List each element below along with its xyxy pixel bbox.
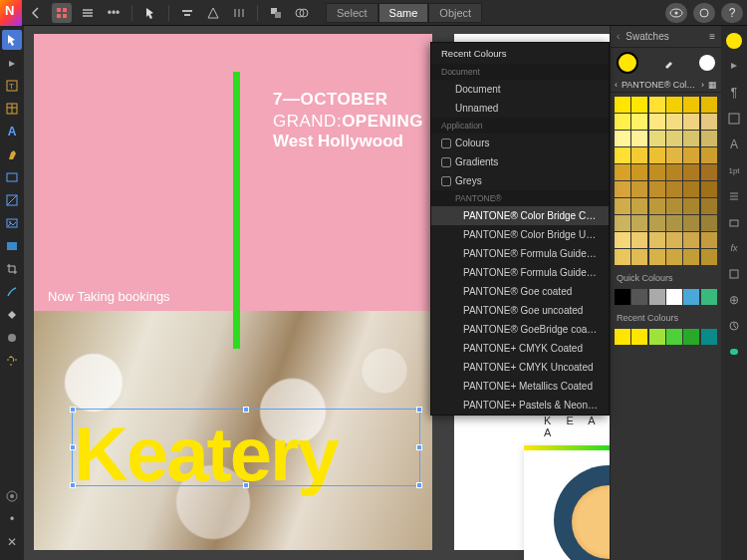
swatch[interactable] — [666, 181, 682, 197]
back-icon[interactable] — [26, 3, 46, 23]
resize-handle-tr[interactable] — [416, 407, 422, 413]
place-image-tool[interactable] — [2, 236, 22, 256]
picture-frame-tool[interactable] — [2, 213, 22, 233]
styles-studio-icon[interactable] — [723, 185, 745, 207]
swatch[interactable] — [666, 164, 682, 180]
quick-swatch[interactable] — [649, 289, 665, 305]
quick-swatch[interactable] — [666, 289, 682, 305]
recent-swatch[interactable] — [666, 329, 682, 345]
character-studio-icon[interactable]: ¶ — [723, 82, 745, 104]
stroke-studio-icon[interactable]: 1pt — [723, 159, 745, 181]
dropdown-item[interactable]: PANTONE® GoeBridge coated — [431, 320, 609, 339]
swatch[interactable] — [666, 131, 682, 146]
view-tool[interactable] — [2, 351, 22, 371]
dropdown-item[interactable]: PANTONE® Formula Guide Solid Coate… — [431, 244, 609, 263]
assets-studio-icon[interactable] — [723, 211, 745, 233]
palette-fwd-icon[interactable]: › — [701, 80, 704, 90]
resize-handle-bl[interactable] — [70, 482, 76, 488]
dropdown-item[interactable]: PANTONE® Goe coated — [431, 282, 609, 301]
dropdown-item[interactable]: PANTONE+ CMYK Coated — [431, 339, 609, 358]
quick-swatch[interactable] — [701, 289, 717, 305]
swatch[interactable] — [649, 131, 665, 146]
swatch[interactable] — [701, 249, 717, 265]
swatch[interactable] — [615, 97, 630, 113]
swatch[interactable] — [649, 215, 665, 231]
swatch[interactable] — [649, 97, 665, 113]
swatch[interactable] — [701, 97, 717, 113]
swatch[interactable] — [701, 181, 717, 197]
swatch[interactable] — [649, 198, 665, 214]
reset-icon[interactable]: • — [2, 509, 22, 529]
seg-same[interactable]: Same — [378, 3, 429, 23]
preview-icon[interactable] — [665, 3, 687, 23]
quick-swatch[interactable] — [683, 289, 699, 305]
seg-object[interactable]: Object — [428, 3, 482, 23]
swatch[interactable] — [666, 198, 682, 214]
group-icon[interactable] — [266, 3, 286, 23]
eyedropper-icon[interactable] — [662, 56, 676, 70]
swatch[interactable] — [683, 114, 699, 130]
swatch[interactable] — [701, 131, 717, 146]
swatch[interactable] — [701, 232, 717, 248]
swatch[interactable] — [631, 97, 647, 113]
navigator-studio-icon[interactable] — [723, 341, 745, 363]
node-tool[interactable]: ▸ — [2, 53, 22, 73]
swatch[interactable] — [631, 114, 647, 130]
swatch[interactable] — [683, 215, 699, 231]
swatch[interactable] — [631, 147, 647, 163]
recent-swatch[interactable] — [701, 329, 717, 345]
swatch[interactable] — [701, 147, 717, 163]
dropdown-item[interactable]: PANTONE® Color Bridge Uncoated V4 — [431, 225, 609, 244]
text-studio-icon[interactable]: A — [723, 134, 745, 155]
frame-text-tool[interactable]: T — [2, 76, 22, 96]
swatch[interactable] — [683, 232, 699, 248]
swatch[interactable] — [615, 249, 630, 265]
swatch[interactable] — [631, 131, 647, 146]
swatches-menu-icon[interactable]: ≡ — [709, 31, 715, 42]
studio-swap-icon[interactable] — [723, 56, 745, 78]
swatch[interactable] — [649, 249, 665, 265]
swatch[interactable] — [683, 198, 699, 214]
help-icon[interactable]: ? — [721, 3, 743, 23]
recent-swatch[interactable] — [615, 329, 630, 345]
dropdown-header[interactable]: Recent Colours — [431, 43, 609, 64]
resize-handle-ml[interactable] — [70, 444, 76, 450]
swatch[interactable] — [615, 215, 630, 231]
dropdown-item[interactable]: Colours — [431, 134, 609, 152]
swatch[interactable] — [631, 164, 647, 180]
swatch[interactable] — [615, 232, 630, 248]
swatch[interactable] — [683, 97, 699, 113]
dropdown-item[interactable]: PANTONE® Formula Guide Solid Unco… — [431, 263, 609, 282]
dropdown-item[interactable]: PANTONE+ Pastels & Neons Coated — [431, 396, 609, 415]
recent-swatch[interactable] — [631, 329, 647, 345]
dropdown-item[interactable]: Gradients — [431, 152, 609, 171]
dropdown-item[interactable]: PANTONE® Goe uncoated — [431, 301, 609, 320]
recent-swatch[interactable] — [649, 329, 665, 345]
colour-chord-icon[interactable] — [2, 486, 22, 506]
rectangle-tool[interactable] — [2, 167, 22, 187]
pen-tool[interactable] — [2, 144, 22, 164]
snapping-icon[interactable] — [693, 3, 715, 23]
art-text-tool[interactable]: A — [2, 122, 22, 141]
transform-studio-icon[interactable]: ⊕ — [723, 289, 745, 311]
dropdown-item[interactable]: PANTONE® Color Bridge Coated V4 — [431, 206, 609, 225]
swatch[interactable] — [615, 131, 630, 146]
swatch[interactable] — [666, 147, 682, 163]
swatch[interactable] — [615, 114, 630, 130]
swatch[interactable] — [631, 232, 647, 248]
dropdown-item[interactable]: Unnamed — [431, 99, 609, 118]
seg-select[interactable]: Select — [326, 3, 378, 23]
move-tool[interactable] — [2, 30, 22, 50]
fill-swatch-well[interactable] — [617, 52, 638, 74]
swatch[interactable] — [666, 249, 682, 265]
swatch[interactable] — [683, 249, 699, 265]
dropdown-item[interactable]: Document — [431, 80, 609, 99]
layers-studio-icon[interactable] — [723, 108, 745, 130]
fill-tool[interactable] — [2, 305, 22, 325]
resize-handle-mr[interactable] — [416, 444, 422, 450]
swatch[interactable] — [649, 147, 665, 163]
swatch[interactable] — [683, 164, 699, 180]
swatch[interactable] — [666, 97, 682, 113]
dropdown-item[interactable]: Greys — [431, 171, 609, 190]
move-tool-icon[interactable] — [140, 3, 160, 23]
